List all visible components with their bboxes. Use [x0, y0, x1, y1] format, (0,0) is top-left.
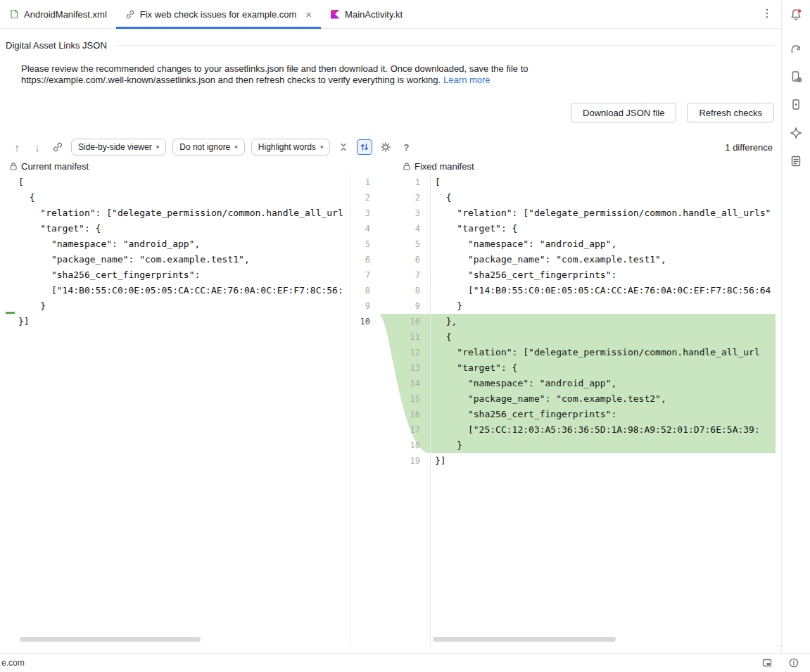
left-line-numbers: 12345678910 — [350, 175, 381, 329]
line-number: 13 — [381, 360, 430, 376]
information-icon[interactable] — [787, 657, 800, 669]
line-number: 7 — [350, 267, 381, 283]
line-number: 7 — [381, 267, 430, 283]
line-number: 5 — [381, 236, 430, 252]
tab-fix-web-check-issues[interactable]: Fix web check issues for example.com × — [116, 0, 321, 28]
difference-count: 1 difference — [725, 134, 773, 160]
learn-more-link[interactable]: Learn more — [443, 75, 490, 85]
code-line: } — [0, 298, 350, 314]
tab-label: MainActivity.kt — [345, 9, 403, 20]
chevron-down-icon: ▾ — [234, 144, 238, 151]
code-line: { — [431, 329, 776, 345]
viewer-mode-select[interactable]: Side-by-side viewer ▾ — [71, 139, 166, 156]
code-line: "relation": ["delegate_permission/common… — [431, 345, 776, 360]
lock-icon — [9, 162, 18, 171]
refresh-checks-button[interactable]: Refresh checks — [687, 103, 774, 122]
android-manifest-file-icon — [9, 9, 19, 19]
line-number: 4 — [350, 221, 381, 236]
code-line: "namespace": "android_app", — [0, 236, 350, 252]
line-number: 15 — [381, 391, 430, 407]
close-tab-icon[interactable]: × — [305, 9, 312, 20]
current-manifest-pane: [ { "relation": ["delegate_permission/co… — [0, 173, 350, 646]
line-number: 18 — [381, 438, 430, 453]
right-code: [ { "relation": ["delegate_permission/co… — [431, 175, 776, 469]
code-line: { — [0, 190, 350, 205]
android-studio-window: AndroidManifest.xml Fix web check issues… — [0, 0, 810, 672]
line-number: 6 — [381, 252, 430, 267]
link-icon — [125, 9, 135, 19]
fixed-manifest-pane: [ { "relation": ["delegate_permission/co… — [431, 173, 776, 646]
current-manifest-header: Current manifest — [9, 159, 89, 173]
code-line: [ — [431, 175, 776, 190]
code-line: }] — [0, 314, 350, 329]
code-line: "namespace": "android_app", — [431, 376, 776, 391]
line-number: 17 — [381, 422, 430, 438]
previous-difference-button[interactable]: ↑ — [10, 140, 24, 154]
pane-headers: Current manifest Fixed manifest — [0, 159, 781, 173]
code-line: } — [431, 438, 776, 453]
diff-panel: ↑ ↓ Side-by-side viewer ▾ Do not ignore … — [0, 134, 781, 646]
line-number: 3 — [350, 205, 381, 221]
more-options-icon[interactable]: ⋮ — [760, 6, 774, 20]
tab-mainactivity-kt[interactable]: MainActivity.kt — [321, 0, 412, 28]
code-line: "sha256_cert_fingerprints": — [0, 267, 350, 283]
ignore-policy-select[interactable]: Do not ignore ▾ — [172, 139, 245, 156]
code-line: "target": { — [431, 360, 776, 376]
horizontal-scrollbar-right[interactable] — [433, 637, 616, 642]
help-icon[interactable]: ? — [399, 140, 413, 154]
diff-settings-gear-icon[interactable] — [379, 140, 393, 154]
insertion-marker — [6, 312, 15, 314]
editor-tab-bar: AndroidManifest.xml Fix web check issues… — [0, 0, 781, 29]
line-number: 6 — [350, 252, 381, 267]
status-bar: e.com — [0, 653, 810, 672]
line-number: 1 — [350, 175, 381, 190]
code-line: "target": { — [431, 221, 776, 236]
running-devices-icon[interactable] — [787, 96, 804, 113]
chevron-down-icon: ▾ — [320, 144, 324, 151]
lock-icon — [403, 162, 411, 171]
notifications-bell-icon[interactable] — [787, 6, 804, 23]
line-number: 8 — [381, 283, 430, 298]
code-line: "relation": ["delegate_permission/common… — [0, 205, 350, 221]
action-buttons-row: Download JSON file Refresh checks — [0, 103, 774, 122]
gradle-icon[interactable] — [787, 40, 804, 57]
collapse-unchanged-icon[interactable] — [336, 140, 350, 154]
line-number: 9 — [350, 298, 381, 314]
gemini-icon[interactable] — [787, 125, 804, 141]
code-line: { — [431, 190, 776, 205]
line-number: 2 — [381, 190, 430, 205]
line-number: 5 — [350, 236, 381, 252]
background-tasks-window-icon[interactable] — [761, 657, 773, 669]
code-line: }] — [431, 453, 776, 469]
app-links-assistant-icon[interactable] — [787, 153, 804, 170]
highlight-policy-select[interactable]: Highlight words ▾ — [251, 139, 331, 156]
diff-gutter: 12345678910 1234567891011121314151617181… — [350, 173, 431, 646]
code-line: "namespace": "android_app", — [431, 236, 776, 252]
code-line: "relation": ["delegate_permission/common… — [431, 205, 776, 221]
code-line: "package_name": "com.example.test1", — [0, 252, 350, 267]
code-line: "target": { — [0, 221, 350, 236]
next-difference-button[interactable]: ↓ — [30, 140, 44, 154]
synchronize-scrolling-toggle[interactable] — [357, 139, 372, 155]
code-line: ["14:B0:55:C0:0E:05:05:CA:CC:AE:76:0A:0C… — [431, 283, 776, 298]
tab-androidmanifest-xml[interactable]: AndroidManifest.xml — [0, 0, 116, 28]
horizontal-scrollbar-left[interactable] — [20, 637, 201, 642]
line-number: 10 — [350, 314, 381, 329]
code-line: [ — [0, 175, 350, 190]
download-json-button[interactable]: Download JSON file — [571, 103, 676, 122]
status-bar-text: e.com — [1, 658, 25, 668]
line-number: 11 — [381, 329, 430, 345]
line-number: 12 — [381, 345, 430, 360]
device-manager-icon[interactable] — [787, 68, 804, 85]
line-number: 8 — [350, 283, 381, 298]
line-number: 9 — [381, 298, 430, 314]
line-number: 2 — [350, 190, 381, 205]
diff-toolbar: ↑ ↓ Side-by-side viewer ▾ Do not ignore … — [0, 134, 781, 160]
code-line: "package_name": "com.example.test1", — [431, 252, 776, 267]
code-line: "package_name": "com.example.test2", — [431, 391, 776, 407]
fixed-manifest-header: Fixed manifest — [403, 159, 474, 173]
line-number: 19 — [381, 453, 430, 469]
jump-to-source-icon[interactable] — [51, 140, 65, 154]
code-line: } — [431, 298, 776, 314]
code-line: ["25:CC:12:03:A5:36:36:5D:1A:98:A9:52:01… — [431, 422, 776, 438]
